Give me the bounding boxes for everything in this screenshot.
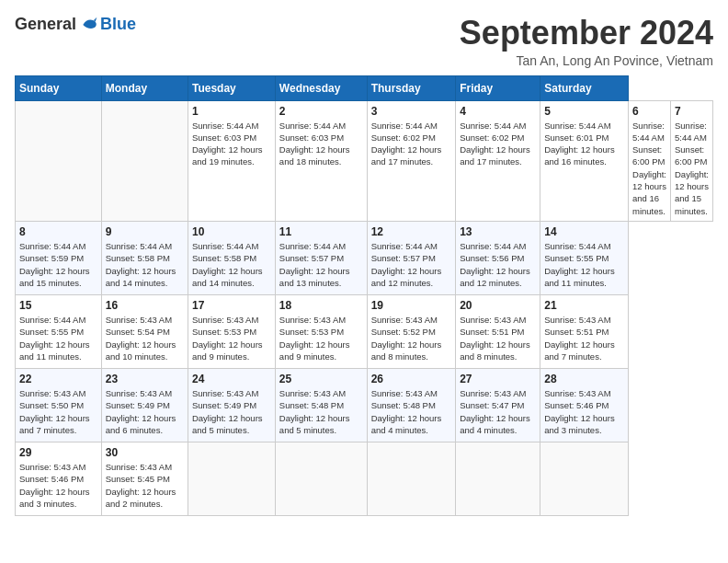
week-row-5: 29Sunrise: 5:43 AMSunset: 5:46 PMDayligh… <box>16 442 713 515</box>
day-number: 16 <box>106 299 184 312</box>
day-cell-14: 14Sunrise: 5:44 AMSunset: 5:55 PMDayligh… <box>540 221 629 294</box>
day-number: 9 <box>106 225 184 238</box>
day-number: 12 <box>371 225 452 238</box>
day-number: 3 <box>371 105 452 118</box>
day-cell-6: 6Sunrise: 5:44 AMSunset: 6:00 PMDaylight… <box>629 100 671 221</box>
day-number: 10 <box>192 225 271 238</box>
day-cell-17: 17Sunrise: 5:43 AMSunset: 5:53 PMDayligh… <box>188 294 275 368</box>
day-info: Sunrise: 5:43 AMSunset: 5:53 PMDaylight:… <box>279 314 363 362</box>
day-number: 22 <box>19 373 97 385</box>
empty-cell <box>540 442 629 515</box>
day-cell-29: 29Sunrise: 5:43 AMSunset: 5:46 PMDayligh… <box>16 442 102 515</box>
day-cell-30: 30Sunrise: 5:43 AMSunset: 5:45 PMDayligh… <box>101 442 188 515</box>
day-cell-13: 13Sunrise: 5:44 AMSunset: 5:56 PMDayligh… <box>456 221 540 294</box>
week-row-2: 8Sunrise: 5:44 AMSunset: 5:59 PMDaylight… <box>16 221 713 294</box>
weekday-header-row: SundayMondayTuesdayWednesdayThursdayFrid… <box>16 75 713 100</box>
day-number: 29 <box>19 446 97 459</box>
day-cell-15: 15Sunrise: 5:44 AMSunset: 5:55 PMDayligh… <box>16 294 102 368</box>
day-cell-7: 7Sunrise: 5:44 AMSunset: 6:00 PMDaylight… <box>670 100 712 221</box>
day-cell-3: 3Sunrise: 5:44 AMSunset: 6:02 PMDaylight… <box>367 100 456 221</box>
day-number: 21 <box>544 299 624 312</box>
day-number: 7 <box>675 105 709 118</box>
day-info: Sunrise: 5:43 AMSunset: 5:51 PMDaylight:… <box>460 314 536 362</box>
week-row-4: 22Sunrise: 5:43 AMSunset: 5:50 PMDayligh… <box>16 368 713 442</box>
day-info: Sunrise: 5:43 AMSunset: 5:52 PMDaylight:… <box>371 314 452 362</box>
day-number: 13 <box>460 225 536 238</box>
day-cell-18: 18Sunrise: 5:43 AMSunset: 5:53 PMDayligh… <box>275 294 367 368</box>
day-cell-21: 21Sunrise: 5:43 AMSunset: 5:51 PMDayligh… <box>540 294 629 368</box>
day-cell-19: 19Sunrise: 5:43 AMSunset: 5:52 PMDayligh… <box>367 294 456 368</box>
page-header: General Blue September 2024 Tan An, Long… <box>15 15 713 68</box>
day-info: Sunrise: 5:43 AMSunset: 5:46 PMDaylight:… <box>544 387 624 436</box>
weekday-header-monday: Monday <box>101 75 188 100</box>
day-info: Sunrise: 5:44 AMSunset: 6:03 PMDaylight:… <box>192 120 271 168</box>
weekday-header-saturday: Saturday <box>540 75 629 100</box>
day-info: Sunrise: 5:44 AMSunset: 5:58 PMDaylight:… <box>192 240 271 289</box>
day-number: 30 <box>106 446 184 459</box>
logo-general-text: General <box>15 15 76 34</box>
day-info: Sunrise: 5:44 AMSunset: 6:03 PMDaylight:… <box>279 120 363 168</box>
day-info: Sunrise: 5:44 AMSunset: 6:00 PMDaylight:… <box>675 120 709 217</box>
day-cell-5: 5Sunrise: 5:44 AMSunset: 6:01 PMDaylight… <box>540 100 629 221</box>
day-info: Sunrise: 5:43 AMSunset: 5:49 PMDaylight:… <box>106 387 184 436</box>
logo-bird-icon <box>80 16 98 34</box>
day-number: 4 <box>460 105 536 118</box>
day-info: Sunrise: 5:43 AMSunset: 5:50 PMDaylight:… <box>19 387 97 436</box>
title-block: September 2024 Tan An, Long An Povince, … <box>460 15 713 68</box>
day-cell-23: 23Sunrise: 5:43 AMSunset: 5:49 PMDayligh… <box>101 368 188 442</box>
day-info: Sunrise: 5:44 AMSunset: 5:55 PMDaylight:… <box>19 314 97 362</box>
day-info: Sunrise: 5:44 AMSunset: 5:57 PMDaylight:… <box>371 240 452 289</box>
day-number: 25 <box>279 373 363 385</box>
day-cell-20: 20Sunrise: 5:43 AMSunset: 5:51 PMDayligh… <box>456 294 540 368</box>
day-cell-8: 8Sunrise: 5:44 AMSunset: 5:59 PMDaylight… <box>16 221 102 294</box>
day-cell-22: 22Sunrise: 5:43 AMSunset: 5:50 PMDayligh… <box>16 368 102 442</box>
day-number: 19 <box>371 299 452 312</box>
day-number: 6 <box>632 105 666 118</box>
empty-cell <box>367 442 456 515</box>
day-cell-10: 10Sunrise: 5:44 AMSunset: 5:58 PMDayligh… <box>188 221 275 294</box>
empty-cell <box>188 442 275 515</box>
day-info: Sunrise: 5:43 AMSunset: 5:45 PMDaylight:… <box>106 461 184 510</box>
day-info: Sunrise: 5:43 AMSunset: 5:53 PMDaylight:… <box>192 314 271 362</box>
day-cell-25: 25Sunrise: 5:43 AMSunset: 5:48 PMDayligh… <box>275 368 367 442</box>
day-cell-26: 26Sunrise: 5:43 AMSunset: 5:48 PMDayligh… <box>367 368 456 442</box>
day-number: 23 <box>106 373 184 385</box>
day-cell-1: 1Sunrise: 5:44 AMSunset: 6:03 PMDaylight… <box>188 100 275 221</box>
empty-cell <box>275 442 367 515</box>
day-number: 24 <box>192 373 271 385</box>
location-subtitle: Tan An, Long An Povince, Vietnam <box>460 53 713 68</box>
weekday-header-tuesday: Tuesday <box>188 75 275 100</box>
month-title: September 2024 <box>460 15 713 52</box>
day-number: 26 <box>371 373 452 385</box>
logo-blue-text: Blue <box>100 15 136 34</box>
empty-cell <box>16 100 102 221</box>
week-row-3: 15Sunrise: 5:44 AMSunset: 5:55 PMDayligh… <box>16 294 713 368</box>
day-cell-28: 28Sunrise: 5:43 AMSunset: 5:46 PMDayligh… <box>540 368 629 442</box>
day-info: Sunrise: 5:43 AMSunset: 5:46 PMDaylight:… <box>19 461 97 510</box>
weekday-header-thursday: Thursday <box>367 75 456 100</box>
day-cell-9: 9Sunrise: 5:44 AMSunset: 5:58 PMDaylight… <box>101 221 188 294</box>
day-info: Sunrise: 5:44 AMSunset: 5:59 PMDaylight:… <box>19 240 97 289</box>
day-number: 20 <box>460 299 536 312</box>
day-cell-24: 24Sunrise: 5:43 AMSunset: 5:49 PMDayligh… <box>188 368 275 442</box>
day-number: 15 <box>19 299 97 312</box>
day-cell-2: 2Sunrise: 5:44 AMSunset: 6:03 PMDaylight… <box>275 100 367 221</box>
calendar-table: SundayMondayTuesdayWednesdayThursdayFrid… <box>15 75 713 516</box>
day-number: 2 <box>279 105 363 118</box>
day-number: 14 <box>544 225 624 238</box>
day-number: 1 <box>192 105 271 118</box>
day-info: Sunrise: 5:43 AMSunset: 5:47 PMDaylight:… <box>460 387 536 436</box>
logo: General Blue <box>15 15 136 34</box>
day-number: 11 <box>279 225 363 238</box>
day-info: Sunrise: 5:43 AMSunset: 5:48 PMDaylight:… <box>371 387 452 436</box>
day-cell-11: 11Sunrise: 5:44 AMSunset: 5:57 PMDayligh… <box>275 221 367 294</box>
day-number: 8 <box>19 225 97 238</box>
day-info: Sunrise: 5:44 AMSunset: 5:56 PMDaylight:… <box>460 240 536 289</box>
day-info: Sunrise: 5:43 AMSunset: 5:48 PMDaylight:… <box>279 387 363 436</box>
weekday-header-wednesday: Wednesday <box>275 75 367 100</box>
day-number: 27 <box>460 373 536 385</box>
weekday-header-friday: Friday <box>456 75 540 100</box>
day-info: Sunrise: 5:44 AMSunset: 5:57 PMDaylight:… <box>279 240 363 289</box>
day-number: 18 <box>279 299 363 312</box>
day-info: Sunrise: 5:44 AMSunset: 6:00 PMDaylight:… <box>632 120 666 217</box>
